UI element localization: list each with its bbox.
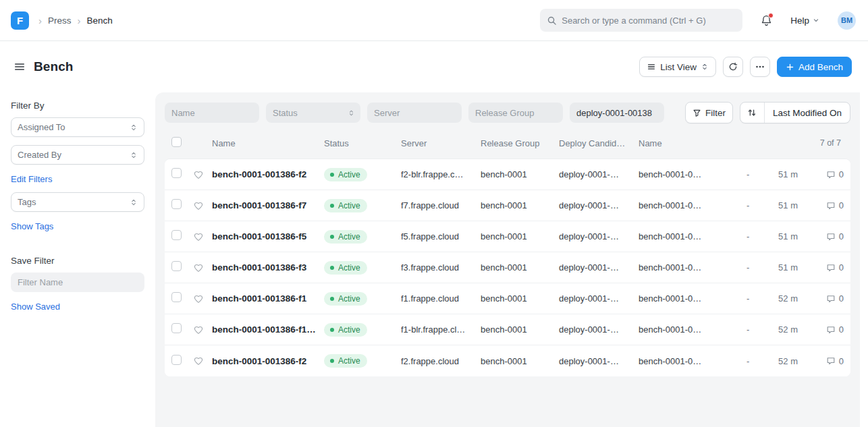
name2-cell: bench-0001-0… xyxy=(639,231,747,241)
sort-direction-icon[interactable] xyxy=(740,103,765,123)
status-dot-icon xyxy=(330,328,334,332)
bench-name: bench-0001-001386-f7 xyxy=(212,200,324,210)
comments-cell[interactable]: 0 xyxy=(803,356,844,366)
row-checkbox[interactable] xyxy=(171,292,182,302)
status-badge: Active xyxy=(324,230,367,244)
row-checkbox[interactable] xyxy=(171,168,182,178)
row-checkbox[interactable] xyxy=(171,355,182,365)
add-bench-button[interactable]: Add Bench xyxy=(777,57,852,77)
show-tags-link[interactable]: Show Tags xyxy=(11,221,53,231)
empty-value-cell: - xyxy=(747,356,765,366)
status-dot-icon xyxy=(330,173,334,177)
modified-time-cell: 51 m xyxy=(765,200,803,210)
column-status: Status xyxy=(324,138,401,148)
comments-cell[interactable]: 0 xyxy=(803,324,844,335)
server-cell: f3.frappe.cloud xyxy=(401,262,481,273)
server-cell: f2-blr.frappe.c… xyxy=(401,169,481,179)
created-by-select[interactable]: Created By xyxy=(11,145,144,165)
select-all-checkbox[interactable] xyxy=(171,137,182,147)
column-server: Server xyxy=(401,138,481,148)
row-checkbox[interactable] xyxy=(171,261,182,271)
breadcrumb-bench[interactable]: Bench xyxy=(87,16,113,26)
breadcrumb: › Press › Bench xyxy=(38,15,113,26)
comments-cell[interactable]: 0 xyxy=(803,293,844,304)
comments-cell[interactable]: 0 xyxy=(803,200,844,210)
favorite-heart-icon[interactable] xyxy=(193,355,212,366)
table-body: bench-0001-001386-f2 Active f2-blr.frapp… xyxy=(165,159,850,376)
comments-cell[interactable]: 0 xyxy=(803,262,844,273)
deploy-candidate-filter-input[interactable] xyxy=(570,103,664,123)
list-view-selector[interactable]: List View xyxy=(639,57,716,77)
name2-cell: bench-0001-0… xyxy=(639,262,747,273)
sidebar-toggle-icon[interactable] xyxy=(11,58,28,76)
sort-by-selector[interactable]: Last Modified On xyxy=(765,108,850,118)
favorite-heart-icon[interactable] xyxy=(193,231,212,242)
show-saved-link[interactable]: Show Saved xyxy=(11,302,60,312)
spacer xyxy=(11,248,144,256)
edit-filters-link[interactable]: Edit Filters xyxy=(11,174,52,184)
tags-select[interactable]: Tags xyxy=(11,192,144,212)
favorite-heart-icon[interactable] xyxy=(193,324,212,335)
comment-bubble-icon xyxy=(826,232,836,241)
notification-dot xyxy=(768,13,774,18)
release-group-cell: bench-0001 xyxy=(481,200,559,210)
filter-button[interactable]: Filter xyxy=(685,102,733,123)
global-search[interactable] xyxy=(540,9,742,32)
empty-value-cell: - xyxy=(747,324,765,335)
comments-cell[interactable]: 0 xyxy=(803,231,844,241)
header-actions: List View Add Bench xyxy=(639,57,852,77)
bench-name: bench-0001-001386-f2 xyxy=(212,169,324,179)
server-cell: f5.frappe.cloud xyxy=(401,231,481,241)
table-row[interactable]: bench-0001-001386-f3 Active f3.frappe.cl… xyxy=(165,252,850,283)
name-filter-input[interactable] xyxy=(165,103,259,123)
table-row[interactable]: bench-0001-001386-f7 Active f7.frappe.cl… xyxy=(165,190,850,221)
assigned-to-select[interactable]: Assigned To xyxy=(11,117,144,137)
user-avatar[interactable]: BM xyxy=(838,11,856,30)
topbar: F › Press › Bench Help BM xyxy=(0,0,868,41)
refresh-button[interactable] xyxy=(723,57,743,77)
column-release-group: Release Group xyxy=(481,138,559,148)
status-badge: Active xyxy=(324,292,367,306)
notifications-bell-icon[interactable] xyxy=(760,14,773,27)
release-group-filter-input[interactable] xyxy=(468,103,563,123)
list-panel: Status Filter Last Modified On xyxy=(155,92,860,427)
status-label: Active xyxy=(338,356,360,366)
name2-cell: bench-0001-0… xyxy=(639,356,747,366)
table-row[interactable]: bench-0001-001386-f5 Active f5.frappe.cl… xyxy=(165,221,850,252)
status-cell: Active xyxy=(324,292,401,306)
comments-cell[interactable]: 0 xyxy=(803,169,844,179)
table-row[interactable]: bench-0001-001386-f2 Active f2-blr.frapp… xyxy=(165,159,850,190)
column-name: Name xyxy=(212,138,324,148)
page-title: Bench xyxy=(34,59,74,74)
row-checkbox[interactable] xyxy=(171,199,182,209)
empty-value-cell: - xyxy=(747,169,765,179)
status-filter-select[interactable]: Status xyxy=(266,103,360,123)
status-dot-icon xyxy=(330,266,334,270)
deploy-candidate-cell: deploy-0001-… xyxy=(559,200,639,210)
table-row[interactable]: bench-0001-001386-f2 Active f2.frappe.cl… xyxy=(165,345,850,376)
deploy-candidate-cell: deploy-0001-… xyxy=(559,356,639,366)
favorite-heart-icon[interactable] xyxy=(193,293,212,304)
filter-name-input[interactable] xyxy=(11,273,144,292)
row-checkbox[interactable] xyxy=(171,323,182,333)
status-filter-placeholder: Status xyxy=(273,108,298,118)
server-filter-input[interactable] xyxy=(367,103,462,123)
breadcrumb-press[interactable]: Press xyxy=(48,16,72,26)
deploy-candidate-cell: deploy-0001-… xyxy=(559,169,639,179)
assigned-to-value: Assigned To xyxy=(18,122,65,132)
refresh-icon xyxy=(728,62,738,72)
table-row[interactable]: bench-0001-001386-f1 Active f1.frappe.cl… xyxy=(165,283,850,314)
favorite-heart-icon[interactable] xyxy=(193,200,212,211)
app-logo-icon[interactable]: F xyxy=(11,11,29,30)
chevron-right-icon: › xyxy=(78,15,81,26)
status-cell: Active xyxy=(324,168,401,181)
search-input[interactable] xyxy=(562,16,736,26)
favorite-heart-icon[interactable] xyxy=(193,262,212,273)
table-row[interactable]: bench-0001-001386-f1… Active f1-blr.frap… xyxy=(165,314,850,345)
modified-time-cell: 51 m xyxy=(765,169,803,179)
favorite-heart-icon[interactable] xyxy=(193,169,212,180)
more-options-button[interactable] xyxy=(750,57,770,77)
help-menu[interactable]: Help xyxy=(790,16,820,26)
row-checkbox[interactable] xyxy=(171,230,182,240)
help-label: Help xyxy=(790,16,809,26)
